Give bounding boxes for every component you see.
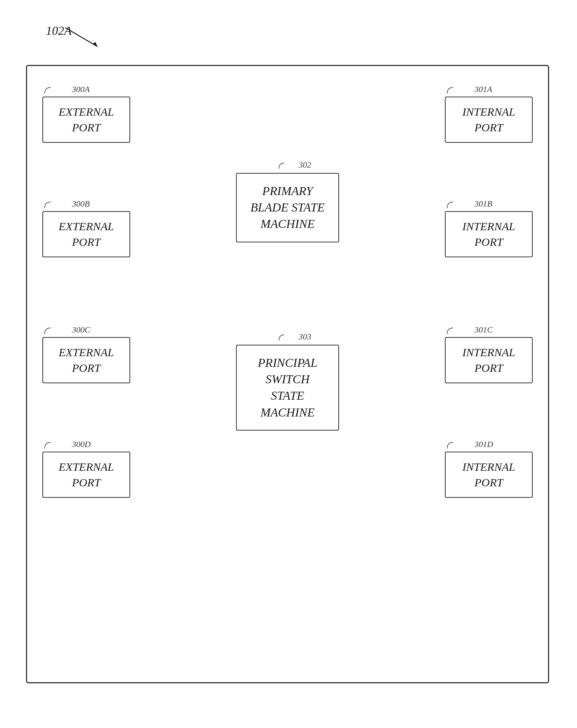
external-port-a: 300A EXTERNAL PORT bbox=[42, 97, 130, 143]
ext-port-c-ref: 300C bbox=[43, 325, 90, 336]
external-port-b: 300B EXTERNAL PORT bbox=[42, 211, 130, 257]
ext-port-d-ref: 300D bbox=[43, 439, 91, 450]
svg-marker-1 bbox=[92, 42, 97, 47]
internal-port-b: 301B INTERNAL PORT bbox=[445, 211, 533, 257]
int-port-c-ref: 301C bbox=[446, 325, 493, 336]
main-ref-arrow bbox=[65, 27, 103, 50]
internal-port-a: 301A INTERNAL PORT bbox=[445, 97, 533, 143]
internal-port-c: 301C INTERNAL PORT bbox=[445, 337, 533, 383]
int-port-d-ref: 301D bbox=[446, 439, 493, 450]
primary-blade-ref: 302 bbox=[277, 160, 311, 170]
page-container: 102A 300A EXTERNAL PORT bbox=[0, 0, 577, 728]
external-port-d: 300D EXTERNAL PORT bbox=[42, 452, 130, 498]
external-port-c: 300C EXTERNAL PORT bbox=[42, 337, 130, 383]
principal-switch-state-machine-box: 303 PRINCIPAL SWITCH STATE MACHINE bbox=[236, 345, 339, 431]
internal-port-d: 301D INTERNAL PORT bbox=[445, 452, 533, 498]
svg-line-0 bbox=[65, 27, 97, 47]
int-port-a-ref: 301A bbox=[446, 84, 492, 95]
int-port-b-ref: 301B bbox=[446, 199, 492, 210]
ext-port-b-ref: 300B bbox=[43, 199, 90, 210]
ext-port-a-ref: 300A bbox=[43, 84, 90, 95]
primary-blade-state-machine-box: 302 PRIMARY BLADE STATE MACHINE bbox=[236, 173, 339, 242]
principal-switch-ref: 303 bbox=[277, 332, 311, 342]
outer-bounding-box: 300A EXTERNAL PORT 300B EXTERNAL PORT bbox=[26, 65, 549, 683]
